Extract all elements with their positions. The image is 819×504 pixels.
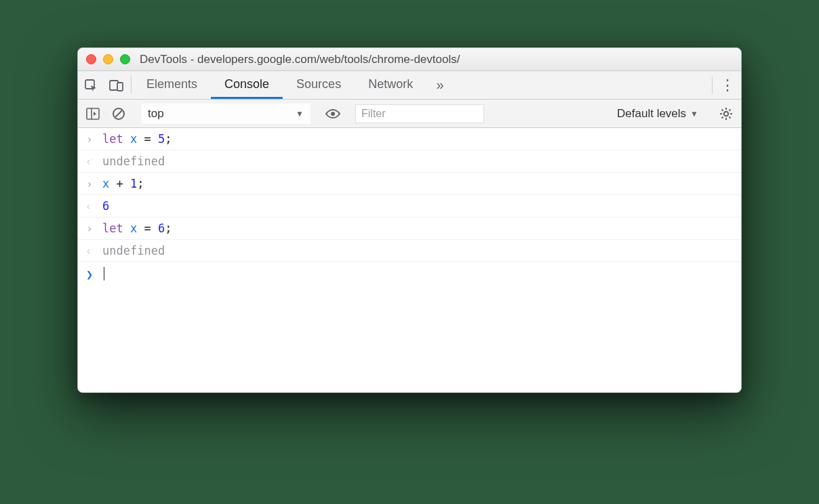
svg-rect-2 [117,83,123,91]
context-label: top [148,107,164,121]
svg-line-13 [722,109,723,110]
tab-elements[interactable]: Elements [133,71,211,99]
console-settings-icon[interactable] [715,103,737,125]
console-text: let x = 6; [102,222,172,235]
input-chevron-icon: › [83,132,96,146]
console-output-row: ‹․undefined [78,240,741,262]
svg-rect-3 [87,108,99,119]
chevron-down-icon: ▼ [296,109,304,119]
console-text: let x = 5; [102,132,172,146]
window-controls [86,54,130,64]
console-output-row: ‹․undefined [78,150,741,173]
chevron-down-icon: ▼ [690,109,698,119]
svg-line-15 [722,117,723,118]
toggle-sidebar-icon[interactable] [82,103,104,125]
log-levels-selector[interactable]: Default levels ▼ [612,107,704,121]
devtools-window: DevTools - developers.google.com/web/too… [77,47,742,393]
svg-line-16 [729,109,730,110]
console-text: x + 1; [102,177,144,190]
console-input-row: ›let x = 5; [78,128,741,150]
input-chevron-icon: › [83,177,96,190]
svg-point-7 [331,112,335,116]
context-selector[interactable]: top ▼ [141,104,311,124]
svg-point-8 [724,111,728,115]
output-chevron-icon: ‹․ [83,244,96,257]
console-text: 6 [102,199,109,213]
tab-console[interactable]: Console [211,71,283,99]
svg-line-14 [729,117,730,118]
console-prompt-row[interactable]: ❯ [78,262,741,285]
console-text: undefined [102,244,165,257]
separator [712,77,713,93]
console-text: undefined [102,154,165,168]
text-caret [104,267,104,280]
output-chevron-icon: ‹․ [83,154,96,168]
settings-menu-button[interactable]: ⋮ [714,71,741,99]
tab-network[interactable]: Network [355,71,426,99]
clear-console-icon[interactable] [108,103,129,125]
inspect-element-icon[interactable] [78,71,104,99]
tabs-bar: Elements Console Sources Network » ⋮ [78,71,741,100]
console-input-row: ›let x = 6; [78,217,741,240]
input-chevron-icon: › [83,222,96,235]
console-output: ›let x = 5;‹․undefined›x + 1;‹․6›let x =… [78,128,741,392]
titlebar: DevTools - developers.google.com/web/too… [78,48,741,71]
log-levels-label: Default levels [617,107,686,121]
svg-line-6 [115,110,122,117]
console-input-row: ›x + 1; [78,173,741,195]
separator [131,77,132,93]
panel-tabs: Elements Console Sources Network [133,71,426,99]
close-window-button[interactable] [86,54,96,64]
prompt-chevron-icon: ❯ [83,266,96,281]
minimize-window-button[interactable] [103,54,113,64]
more-tabs-button[interactable]: » [426,71,454,99]
output-chevron-icon: ‹․ [83,199,96,213]
tab-sources[interactable]: Sources [283,71,355,99]
console-output-row: ‹․6 [78,195,741,217]
window-title: DevTools - developers.google.com/web/too… [140,53,460,66]
console-input[interactable] [102,266,104,280]
live-expression-icon[interactable] [322,103,344,125]
console-toolbar: top ▼ Default levels ▼ [78,100,741,128]
filter-input[interactable] [355,104,484,123]
zoom-window-button[interactable] [120,54,130,64]
device-toolbar-icon[interactable] [104,71,129,99]
